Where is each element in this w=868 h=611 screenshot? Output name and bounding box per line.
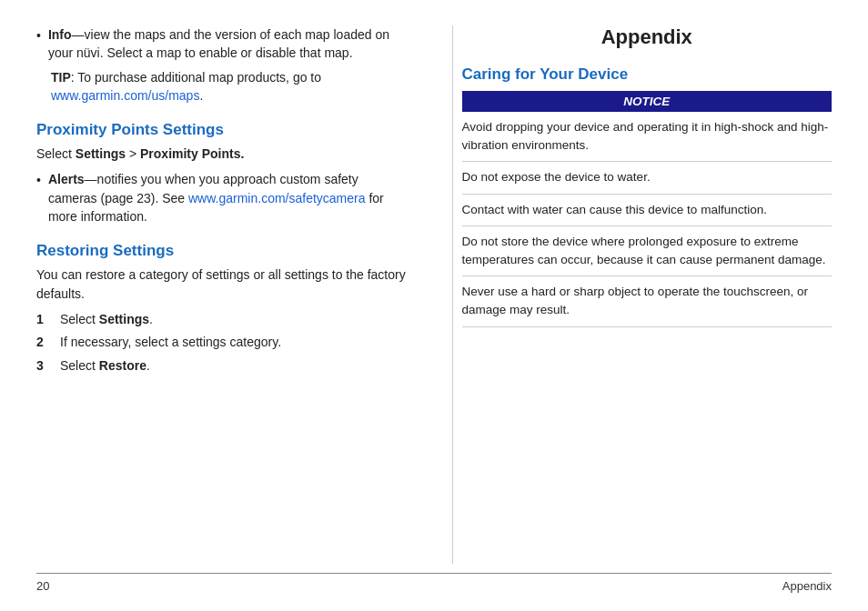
proximity-select: Select Settings > Proximity Points. xyxy=(36,145,407,163)
footer-label: Appendix xyxy=(782,579,832,593)
step-3: 3 Select Restore. xyxy=(36,356,407,375)
select-prefix: Select xyxy=(36,146,76,161)
right-column: Appendix Caring for Your Device NOTICE A… xyxy=(452,25,833,564)
alerts-text: Alerts—notifies you when you approach cu… xyxy=(48,170,407,225)
step-2-text: If necessary, select a settings category… xyxy=(60,333,281,351)
notice-item-1: Do not expose the device to water. xyxy=(462,162,833,195)
info-section: • Info—view the maps and the version of … xyxy=(36,25,407,105)
step-2-num: 2 xyxy=(36,333,49,351)
info-text: Info—view the maps and the version of ea… xyxy=(48,25,407,63)
step3-end: . xyxy=(146,358,150,373)
tip-end: . xyxy=(199,88,203,103)
footer: 20 Appendix xyxy=(36,573,832,593)
step3-bold: Restore xyxy=(99,358,146,373)
step-2: 2 If necessary, select a settings catego… xyxy=(36,333,407,351)
tip-label: TIP xyxy=(51,70,71,85)
alerts-bullet: • Alerts—notifies you when you approach … xyxy=(36,170,407,225)
notice-body: Avoid dropping your device and operating… xyxy=(462,112,833,162)
restoring-text: You can restore a category of settings o… xyxy=(36,265,407,303)
proximity-heading: Proximity Points Settings xyxy=(36,121,407,139)
step-1-num: 1 xyxy=(36,310,49,328)
settings-bold: Settings xyxy=(76,146,126,161)
caring-heading: Caring for Your Device xyxy=(462,65,833,84)
safety-camera-link[interactable]: www.garmin.com/safetycamera xyxy=(188,191,366,205)
notice-bar: NOTICE xyxy=(462,91,833,112)
left-column: • Info—view the maps and the version of … xyxy=(36,25,425,564)
notice-item-2: Contact with water can cause this device… xyxy=(462,195,833,227)
step-1-text: Select Settings. xyxy=(60,310,153,328)
restoring-heading: Restoring Settings xyxy=(36,242,407,260)
alerts-dot: • xyxy=(36,171,41,225)
step1-prefix: Select xyxy=(60,312,99,326)
gt-separator: > xyxy=(126,146,140,161)
appendix-title: Appendix xyxy=(462,25,833,49)
restoring-section: Restoring Settings You can restore a cat… xyxy=(36,242,407,374)
content-area: • Info—view the maps and the version of … xyxy=(36,25,832,564)
proximity-bold: Proximity Points. xyxy=(140,146,244,161)
step1-bold: Settings xyxy=(99,312,149,326)
page: • Info—view the maps and the version of … xyxy=(0,0,868,611)
bullet-dot: • xyxy=(36,26,41,63)
info-body: —view the maps and the version of each m… xyxy=(48,27,389,60)
step-3-num: 3 xyxy=(36,356,49,375)
tip-text: : To purchase additional map products, g… xyxy=(71,70,321,85)
steps-list: 1 Select Settings. 2 If necessary, selec… xyxy=(36,310,407,375)
notice-item-3: Do not store the device where prolonged … xyxy=(462,226,833,276)
proximity-section: Proximity Points Settings Select Setting… xyxy=(36,121,407,225)
garmin-maps-link[interactable]: www.garmin.com/us/maps xyxy=(51,88,199,103)
tip-block: TIP: To purchase additional map products… xyxy=(51,68,407,105)
notice-item-4: Never use a hard or sharp object to oper… xyxy=(462,276,833,326)
step1-end: . xyxy=(149,312,153,326)
alerts-bold: Alerts xyxy=(48,172,85,186)
info-bold: Info xyxy=(48,27,72,42)
step-3-text: Select Restore. xyxy=(60,356,150,375)
info-bullet: • Info—view the maps and the version of … xyxy=(36,25,407,63)
page-number: 20 xyxy=(36,579,49,593)
step-1: 1 Select Settings. xyxy=(36,310,407,328)
step3-prefix: Select xyxy=(60,358,99,373)
